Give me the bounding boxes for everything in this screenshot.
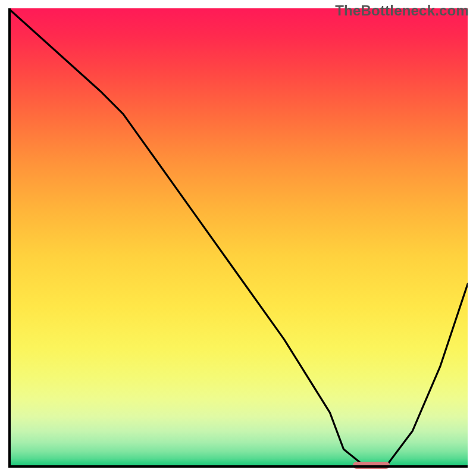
bottleneck-curve <box>8 8 468 468</box>
optimal-range-marker <box>353 462 390 469</box>
chart-plot-area <box>8 8 468 468</box>
watermark-text: TheBottleneck.com <box>335 2 469 19</box>
